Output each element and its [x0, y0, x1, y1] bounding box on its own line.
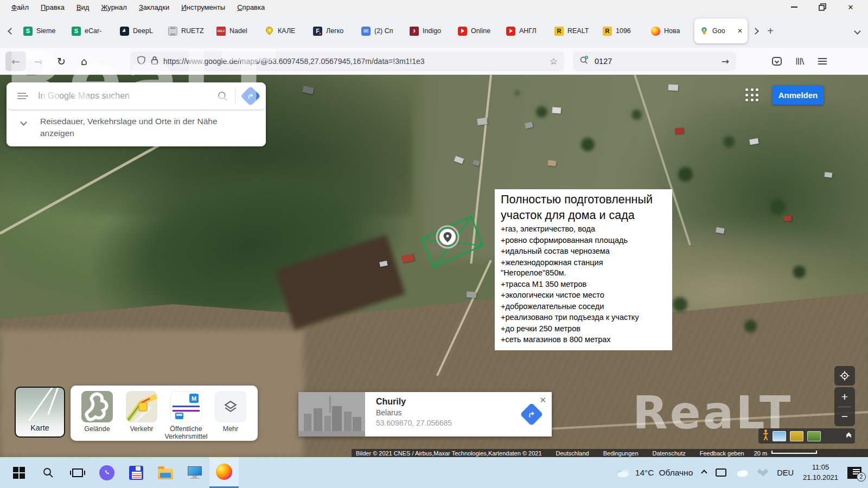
- lock-icon[interactable]: [151, 56, 158, 66]
- cloud-sync-icon[interactable]: [736, 468, 749, 477]
- pegman-icon[interactable]: [763, 429, 769, 442]
- menu-bookmarks[interactable]: Закладки: [133, 3, 175, 11]
- tab-deepl[interactable]: DeepL: [115, 18, 163, 43]
- close-window-icon[interactable]: ✕: [837, 0, 865, 14]
- dropbox-icon[interactable]: [758, 470, 768, 476]
- layer-more[interactable]: Mehr: [208, 391, 253, 441]
- layer-transit[interactable]: M Öffentliche Verkehrsmittel: [164, 391, 208, 441]
- menu-tools[interactable]: Инструменты: [175, 3, 231, 11]
- place-info: Churily Belarus 53.609870, 27.056685: [365, 392, 512, 436]
- menu-history[interactable]: Журнал: [95, 3, 132, 11]
- close-place-card-icon[interactable]: ✕: [539, 395, 546, 405]
- pocket-icon[interactable]: [768, 53, 786, 70]
- menu-edit[interactable]: Правка: [35, 3, 71, 11]
- map-canvas[interactable]: ReaLT Reisedauer, Verkehrslage und Orte …: [0, 75, 868, 457]
- windows-logo-icon: [13, 467, 25, 479]
- forward-button[interactable]: →: [28, 52, 49, 71]
- minimize-icon[interactable]: [780, 0, 808, 14]
- sign-in-button[interactable]: Anmelden: [773, 86, 824, 105]
- attribution-link-privacy[interactable]: Datenschutz: [653, 450, 686, 457]
- restore-icon[interactable]: [808, 0, 837, 14]
- weather-cloud-icon: [615, 467, 630, 478]
- menu-help[interactable]: Справка: [231, 3, 271, 11]
- tablet-device-icon[interactable]: [716, 468, 726, 477]
- tab-realt-1[interactable]: RREALT: [550, 18, 598, 43]
- back-button[interactable]: ←: [5, 52, 26, 71]
- home-button[interactable]: ⌂: [74, 52, 94, 71]
- imagery-thumb[interactable]: [807, 431, 821, 441]
- layer-terrain[interactable]: Gelände: [75, 391, 119, 441]
- directions-button[interactable]: [235, 89, 266, 103]
- zoom-controls: + −: [834, 387, 855, 426]
- close-tab-icon[interactable]: ✕: [737, 27, 743, 35]
- tab-ruetz[interactable]: RUETZ: [163, 18, 212, 43]
- place-coordinates: 53.609870, 27.056685: [376, 419, 512, 427]
- tab-indigo[interactable]: Indigo: [405, 18, 453, 43]
- app-menu-icon[interactable]: [814, 53, 831, 70]
- tab-scroll-left-icon[interactable]: [3, 20, 18, 42]
- house: [552, 107, 561, 113]
- imagery-thumb[interactable]: [773, 431, 786, 441]
- list-tabs-icon[interactable]: [850, 20, 865, 42]
- attribution-link-terms[interactable]: Bedingungen: [603, 450, 639, 457]
- tab-google-maps[interactable]: Goo ✕: [694, 18, 748, 43]
- menu-view[interactable]: Вид: [71, 3, 95, 11]
- file-explorer-button[interactable]: [151, 457, 180, 488]
- attribution-link-feedback[interactable]: Feedback geben: [700, 450, 744, 457]
- firefox-taskbar-button[interactable]: [209, 457, 239, 488]
- maps-search-icon[interactable]: [210, 91, 235, 102]
- taskbar-search-button[interactable]: [34, 457, 63, 488]
- layer-traffic[interactable]: Verkehr: [119, 391, 164, 441]
- clock-widget[interactable]: 11:05 21.10.2021: [803, 463, 838, 483]
- keyboard-language[interactable]: DEU: [777, 468, 794, 477]
- my-location-button[interactable]: [834, 366, 855, 386]
- maps-search-input[interactable]: [38, 91, 210, 101]
- go-arrow-icon[interactable]: →: [722, 56, 729, 67]
- imagery-thumb[interactable]: [790, 431, 803, 441]
- menu-file[interactable]: Файл: [5, 3, 35, 11]
- tray-expand-chevron-icon[interactable]: [702, 471, 706, 475]
- firefox-icon: [651, 27, 660, 36]
- bus-icon: [175, 413, 183, 419]
- library-icon[interactable]: [791, 53, 808, 70]
- tab-scroll-right-icon[interactable]: [748, 20, 763, 42]
- display-app-button[interactable]: [180, 457, 209, 488]
- weather-widget[interactable]: 14°C Облачно: [615, 467, 693, 478]
- monitor-icon: [188, 466, 202, 476]
- maps-menu-icon[interactable]: [7, 95, 38, 97]
- save-app-button[interactable]: [122, 457, 151, 488]
- zoom-out-button[interactable]: −: [834, 407, 855, 427]
- travel-info-expander[interactable]: Reisedauer, Verkehrslage und Orte in der…: [7, 110, 266, 146]
- action-center-icon[interactable]: 2: [847, 467, 861, 479]
- map-type-toggle[interactable]: Karte: [15, 387, 65, 438]
- tab-ecar[interactable]: SeCar-: [67, 18, 115, 43]
- realt-icon: R: [603, 27, 612, 36]
- url-bar[interactable]: https://www.google.de/maps/@53.6097458,2…: [130, 52, 564, 71]
- search-box[interactable]: →: [573, 52, 736, 71]
- tab-new[interactable]: Нова: [646, 18, 694, 43]
- tab-realt-2[interactable]: R1096: [598, 18, 646, 43]
- task-view-button[interactable]: [63, 457, 92, 488]
- tab-youtube-1[interactable]: Online: [453, 18, 501, 43]
- tab-youtube-2[interactable]: АНГЛ: [501, 18, 550, 43]
- reload-button[interactable]: ↻: [51, 52, 72, 71]
- tab-siemens[interactable]: SSieme: [18, 18, 67, 43]
- bookmark-star-icon[interactable]: ☆: [550, 56, 558, 67]
- place-title: Churily: [376, 397, 512, 407]
- attribution-link-country[interactable]: Deutschland: [556, 450, 589, 457]
- tab-legko[interactable]: FЛегко: [308, 18, 356, 43]
- shield-icon[interactable]: [137, 55, 146, 67]
- place-thumbnail: [298, 392, 365, 436]
- tab-mail[interactable]: (2) Сп: [356, 18, 405, 43]
- viber-button[interactable]: [92, 457, 122, 488]
- search-input[interactable]: [595, 57, 698, 66]
- tab-nadel[interactable]: HOLZNadel: [212, 18, 260, 43]
- collapse-chevrons-icon[interactable]: [847, 433, 851, 439]
- google-apps-icon[interactable]: [745, 88, 759, 102]
- firefox-icon: [216, 464, 232, 480]
- new-tab-icon[interactable]: +: [763, 20, 778, 42]
- tab-kale[interactable]: КАЛЕ: [260, 18, 308, 43]
- navigation-bar: ← → ↻ ⌂ https://www.google.de/maps/@53.6…: [0, 48, 868, 75]
- start-button[interactable]: [4, 457, 34, 488]
- zoom-in-button[interactable]: +: [834, 387, 855, 407]
